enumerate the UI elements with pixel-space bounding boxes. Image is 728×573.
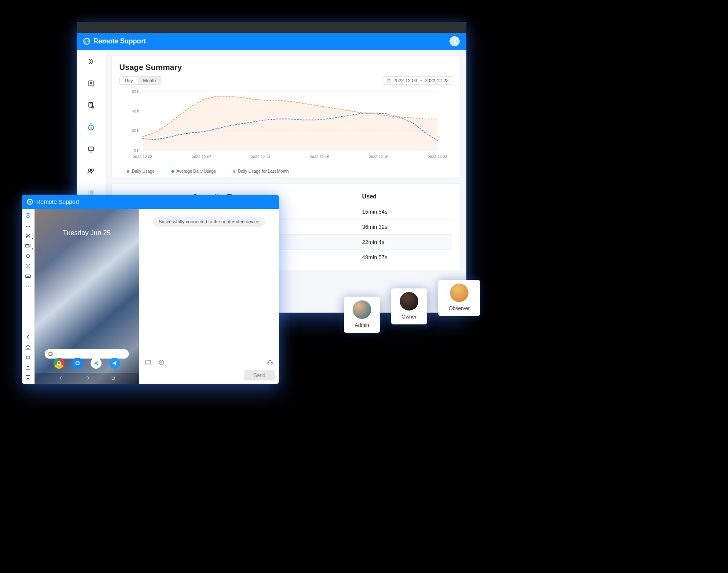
date-from: 2022-12-03 [393,78,417,83]
avatar-owner [400,292,418,311]
svg-text:2022-12-23: 2022-12-23 [428,155,447,159]
svg-point-23 [26,234,27,235]
cell-used: 22min 4s [359,235,452,250]
phone-navbar [35,373,139,384]
role-chip-owner[interactable]: Owner [391,288,427,324]
phone-dock [35,358,139,369]
svg-rect-8 [387,79,390,82]
cell-used: 48min 57s [359,250,452,265]
role-label-owner: Owner [401,314,416,320]
tool-record-icon[interactable]: ▾ [24,241,33,250]
phone-nav-home-icon[interactable] [85,375,90,382]
tool-download-icon[interactable] [24,373,33,382]
role-chip-admin[interactable]: Admin [344,297,380,333]
nav-users-icon[interactable] [83,163,99,179]
nav-settings-doc-icon[interactable] [83,98,99,113]
tool-scissors-icon[interactable]: ▾ [24,231,33,240]
svg-point-6 [88,169,91,171]
tool-shield-icon[interactable] [24,211,33,220]
session-toolbar: ▾ ▾ AR ⋯ [22,209,35,384]
remote-screen[interactable]: Tuesday Jun 25 [35,209,139,384]
session-title: Remote Support [36,198,79,205]
nav-presentation-icon[interactable] [83,142,99,157]
phone-nav-back-icon[interactable] [59,375,64,382]
segment-day[interactable]: Day [120,77,138,84]
app-title: Remote Support [94,37,146,45]
nav-reports-icon[interactable] [83,76,99,91]
chart-legend: Daily Usage Average Daily Usage Daily Us… [119,169,452,174]
send-button[interactable]: Send [244,370,275,380]
svg-rect-28 [26,275,30,277]
chat-panel: Successfully connected to the unattended… [139,209,279,384]
svg-rect-5 [88,147,94,150]
legend-daily: Daily Usage [132,169,155,174]
svg-point-0 [454,39,456,41]
chat-input-area: Send [139,354,279,384]
connection-toast: Successfully connected to the unattended… [153,217,265,227]
svg-text:AR: AR [27,265,29,267]
audio-icon[interactable] [157,358,166,367]
google-icon [48,351,53,356]
avatar-observer [450,284,468,302]
dock-support-icon[interactable] [72,358,83,369]
svg-text:2022-12-11: 2022-12-11 [251,155,270,159]
role-label-admin: Admin [355,322,369,328]
svg-rect-25 [26,244,29,247]
dock-chrome-icon[interactable] [54,358,64,369]
svg-rect-26 [26,254,30,258]
role-chip-observer[interactable]: Observer [438,280,480,316]
legend-last: Daily Usage for Last Month [238,169,289,174]
svg-point-24 [26,236,27,238]
user-avatar[interactable] [450,36,460,46]
app-logo-icon [27,199,33,205]
phone-date: Tuesday Jun 25 [35,229,139,237]
session-header: Remote Support [22,195,279,209]
app-logo-icon [83,38,90,45]
phone-search-bar[interactable] [45,349,129,359]
legend-avg: Average Daily Usage [177,169,216,174]
svg-text:2022-12-19: 2022-12-19 [369,155,388,159]
phone-nav-recent-icon[interactable] [111,375,115,382]
date-range-picker[interactable]: 2022-12-03 ~ 2022-12-23 [383,76,452,85]
remote-session-window: Remote Support ▾ ▾ AR ⋯ Tuesday Jun 25 [22,195,279,384]
nav-clock-icon[interactable] [83,120,99,135]
date-to: 2022-12-23 [425,78,449,83]
col-used: Used [359,189,452,204]
svg-text:20 h: 20 h [132,129,139,133]
nav-expand-icon[interactable] [83,54,99,69]
tool-recent-icon[interactable] [24,353,33,362]
avatar-admin [353,300,371,319]
svg-text:60 h: 60 h [132,89,139,94]
svg-text:2022-12-03: 2022-12-03 [133,155,152,159]
tool-ar-icon[interactable]: AR [24,261,33,270]
dock-send-icon[interactable] [109,358,120,369]
app-logo: Remote Support [83,37,146,45]
svg-text:2022-12-15: 2022-12-15 [310,155,329,159]
headset-icon[interactable] [265,358,275,367]
attach-file-icon[interactable] [143,358,153,367]
tool-home-icon[interactable] [24,343,33,352]
cell-used: 36min 32s [359,220,452,235]
chart-title: Usage Summary [119,63,452,72]
tool-more-icon[interactable]: ⋯ [24,281,33,291]
tool-rotate-icon[interactable] [24,251,33,260]
svg-point-7 [91,169,93,171]
tool-back-icon[interactable] [24,332,33,342]
dock-share-icon[interactable] [91,358,102,369]
svg-rect-29 [27,356,29,359]
svg-point-31 [86,377,88,379]
svg-rect-32 [112,377,114,380]
tool-upload-icon[interactable] [24,363,33,372]
calendar-icon [386,78,391,83]
app-header: Remote Support [77,33,466,50]
svg-text:0 h: 0 h [134,148,139,153]
usage-summary-card: Usage Summary Day Month 2022-12-03 ~ 202… [111,56,460,177]
tool-draw-icon[interactable] [24,221,33,230]
tool-keyboard-icon[interactable] [24,271,33,281]
svg-point-33 [159,360,164,365]
role-label-observer: Observer [449,305,469,311]
chat-text-input[interactable] [143,370,241,380]
svg-text:2022-12-07: 2022-12-07 [192,155,211,159]
window-titlebar[interactable] [77,22,466,33]
segment-month[interactable]: Month [138,77,161,84]
